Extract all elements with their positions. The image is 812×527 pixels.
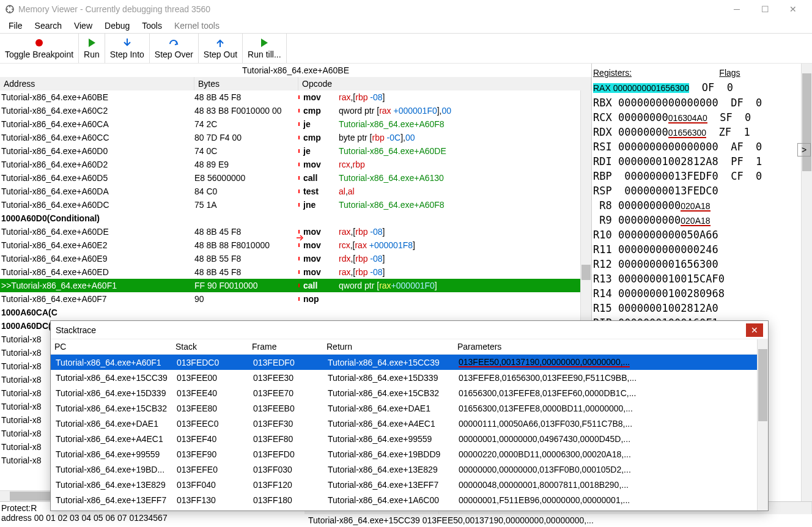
stack-row[interactable]: Tutorial-x86_64.exe+15CC39013FEE00013FEE… [51,370,768,385]
stack-row[interactable]: Tutorial-x86_64.exe+19BD...013FEFE0013FF… [51,462,768,477]
disasm-row[interactable]: Tutorial-x86_64.exe+A60CA74 2CjeTutorial… [0,117,580,131]
col-params[interactable]: Parameters [454,339,768,354]
step-over-button[interactable]: Step Over [150,34,199,63]
maximize-button[interactable]: ☐ [751,0,779,18]
menu-bar: FileSearchViewDebugToolsKernel tools [0,18,812,33]
menu-debug[interactable]: Debug [98,20,136,32]
col-frame[interactable]: Frame [248,339,323,354]
disasm-row[interactable]: Tutorial-x86_64.exe+A60CC80 7D F4 00cmpb… [0,131,580,144]
col-stack[interactable]: Stack [172,339,248,354]
disasm-row[interactable]: Tutorial-x86_64.exe+A60D248 89 E9movrcx,… [0,158,580,171]
stacktrace-close-button[interactable]: ✕ [746,323,763,337]
menu-file[interactable]: File [2,20,29,32]
toggle-breakpoint-button[interactable]: Toggle Breakpoint [0,34,79,63]
stack-row[interactable]: Tutorial-x86_64.exe+15D339013FEE40013FEE… [51,385,768,400]
stacktrace-window: Stacktrace ✕ PC Stack Frame Return Param… [50,320,769,511]
stack-row[interactable]: Tutorial-x86_64.exe+13EFF7013FF130013FF1… [51,492,768,507]
registers-scrollbar[interactable] [801,64,812,527]
title-bar: Memory Viewer - Currently debugging thre… [0,0,812,18]
menu-tools[interactable]: Tools [136,20,168,32]
col-opcode[interactable]: Opcode [298,77,591,90]
stack-row[interactable]: Tutorial-x86_64.exe+13E829013FF040013FF1… [51,477,768,492]
disasm-row[interactable]: Tutorial-x86_64.exe+A60D074 0CjeTutorial… [0,144,580,158]
stacktrace-body[interactable]: Tutorial-x86_64.exe+A60F1013FEDC0013FEDF… [51,355,768,510]
disasm-row[interactable]: Tutorial-x86_64.exe+A60D5E8 56000000call… [0,171,580,185]
menu-kernel-tools[interactable]: Kernel tools [168,20,226,32]
window-title: Memory Viewer - Currently debugging thre… [18,4,723,14]
run-button[interactable]: Run [79,34,105,63]
disassembly-columns: Address Bytes Opcode [0,77,591,90]
disasm-row[interactable]: Tutorial-x86_64.exe+A60E248 8B 88 F80100… [0,238,580,252]
close-button[interactable]: ✕ [779,0,807,18]
stacktrace-title: Stacktrace [56,325,746,335]
col-address[interactable]: Address [0,77,194,90]
disasm-row[interactable]: 1000A60CA(C [0,306,580,319]
return-params-row: Tutorial-x86_64.exe+15CC39 013FEE50,0013… [304,514,812,526]
menu-view[interactable]: View [68,20,98,32]
step-into-button[interactable]: Step Into [105,34,150,63]
disasm-row[interactable]: Tutorial-x86_64.exe+A60E948 8B 55 F8movr… [0,252,580,265]
disasm-row[interactable]: Tutorial-x86_64.exe+A60C248 83 B8 F00100… [0,104,580,117]
app-icon [5,4,15,14]
col-pc[interactable]: PC [51,339,172,354]
run-till-button[interactable]: Run till... [243,34,286,63]
minimize-button[interactable]: ─ [723,0,751,18]
disassembly-title: Tutorial-x86_64.exe+A60BE [0,64,591,77]
step-out-button[interactable]: Step Out [199,34,243,63]
stacktrace-columns: PC Stack Frame Return Parameters [51,339,768,355]
disasm-row[interactable]: Tutorial-x86_64.exe+A60ED48 8B 45 F8movr… [0,265,580,279]
disasm-row[interactable]: Tutorial-x86_64.exe+A60DA84 C0testal,al [0,185,580,198]
stack-row[interactable]: Tutorial-x86_64.exe+99559013FEF90013FEFD… [51,446,768,462]
col-return[interactable]: Return [323,339,454,354]
disasm-row[interactable]: 1000A60D0(Conditional) [0,212,580,225]
stack-row[interactable]: Tutorial-x86_64.exe+A4EC1013FEF40013FEF8… [51,431,768,446]
stack-row[interactable]: Tutorial-x86_64.exe+A60F1013FEDC0013FEDF… [51,355,768,370]
protect-line2: address 00 01 02 03 04 05 06 07 01234567 [1,513,303,523]
svg-point-1 [35,39,43,46]
disasm-row[interactable]: Tutorial-x86_64.exe+A60DC75 1AjneTutoria… [0,198,580,212]
disasm-row[interactable]: Tutorial-x86_64.exe+A60BE48 8B 45 F8movr… [0,90,580,104]
stacktrace-titlebar[interactable]: Stacktrace ✕ [51,321,768,339]
toolbar: Toggle BreakpointRunStep IntoStep OverSt… [0,33,812,64]
stacktrace-scrollbar[interactable] [757,339,768,510]
stack-row[interactable]: Tutorial-x86_64.exe+15CB32013FEE80013FEE… [51,400,768,416]
disasm-row[interactable]: Tutorial-x86_64.exe+A60F790nop [0,292,580,306]
menu-search[interactable]: Search [29,20,68,32]
expand-button[interactable]: > [797,143,811,157]
disasm-row[interactable]: Tutorial-x86_64.exe+A60DE48 8B 45 F8movr… [0,225,580,238]
disasm-row[interactable]: >>Tutorial-x86_64.exe+A60F1FF 90 F001000… [0,279,580,292]
stack-row[interactable]: Tutorial-x86_64.exe+DAE1013FEEC0013FEF30… [51,416,768,431]
col-bytes[interactable]: Bytes [194,77,298,90]
